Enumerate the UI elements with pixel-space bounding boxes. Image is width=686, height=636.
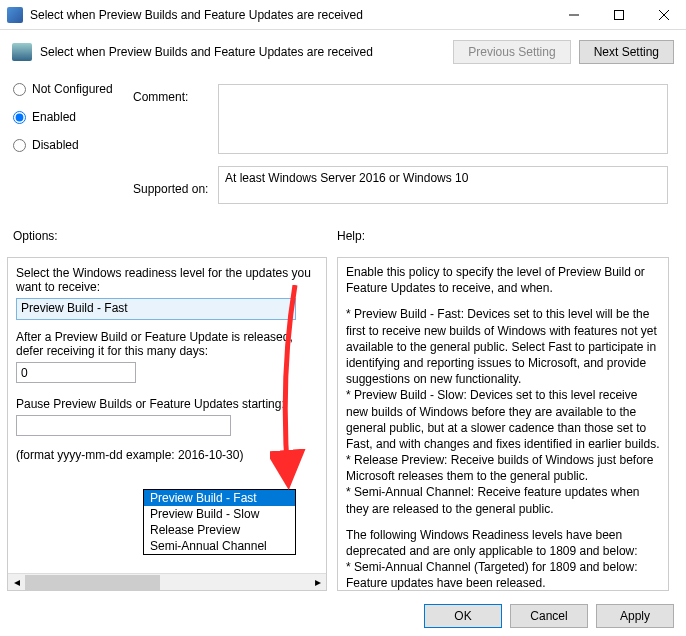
comment-label: Comment:: [133, 90, 208, 104]
supported-on-text: At least Windows Server 2016 or Windows …: [218, 166, 668, 204]
defer-days-input[interactable]: [16, 362, 136, 383]
next-setting-button[interactable]: Next Setting: [579, 40, 674, 64]
dropdown-option[interactable]: Release Preview: [144, 522, 295, 538]
help-paragraph: * Semi-Annual Channel (Targeted) for 180…: [346, 559, 660, 591]
radio-enabled[interactable]: Enabled: [13, 110, 113, 124]
titlebar: Select when Preview Builds and Feature U…: [0, 0, 686, 30]
minimize-button[interactable]: [551, 0, 596, 30]
comment-textarea[interactable]: [218, 84, 668, 154]
readiness-dropdown-popup[interactable]: Preview Build - Fast Preview Build - Slo…: [143, 489, 296, 555]
options-label: Options:: [13, 229, 58, 243]
dropdown-option[interactable]: Semi-Annual Channel: [144, 538, 295, 554]
scroll-right-icon[interactable]: ▸: [309, 574, 326, 591]
policy-icon: [12, 43, 32, 61]
supported-on-label: Supported on:: [133, 182, 208, 196]
pause-date-input[interactable]: [16, 415, 231, 436]
format-hint: (format yyyy-mm-dd example: 2016-10-30): [16, 448, 318, 462]
options-h-scrollbar[interactable]: ◂ ▸: [8, 573, 326, 590]
help-paragraph: * Semi-Annual Channel: Receive feature u…: [346, 484, 660, 516]
help-paragraph: Enable this policy to specify the level …: [346, 264, 660, 296]
help-label: Help:: [337, 229, 365, 243]
ok-button[interactable]: OK: [424, 604, 502, 628]
scroll-thumb[interactable]: [25, 575, 160, 590]
help-paragraph: The following Windows Readiness levels h…: [346, 527, 660, 559]
readiness-select-label: Select the Windows readiness level for t…: [16, 266, 318, 294]
options-panel: Select the Windows readiness level for t…: [7, 257, 327, 591]
readiness-select[interactable]: Preview Build - Fast: [16, 298, 296, 320]
header-text: Select when Preview Builds and Feature U…: [40, 45, 445, 59]
dialog-buttons: OK Cancel Apply: [424, 604, 674, 628]
header-row: Select when Preview Builds and Feature U…: [0, 30, 686, 72]
close-button[interactable]: [641, 0, 686, 30]
window-title: Select when Preview Builds and Feature U…: [30, 8, 551, 22]
help-panel[interactable]: Enable this policy to specify the level …: [337, 257, 669, 591]
cancel-button[interactable]: Cancel: [510, 604, 588, 628]
radio-not-configured[interactable]: Not Configured: [13, 82, 113, 96]
svg-rect-0: [614, 10, 623, 19]
apply-button[interactable]: Apply: [596, 604, 674, 628]
dropdown-option[interactable]: Preview Build - Slow: [144, 506, 295, 522]
maximize-button[interactable]: [596, 0, 641, 30]
radio-disabled[interactable]: Disabled: [13, 138, 113, 152]
pause-date-label: Pause Preview Builds or Feature Updates …: [16, 397, 318, 411]
dropdown-option[interactable]: Preview Build - Fast: [144, 490, 295, 506]
previous-setting-button[interactable]: Previous Setting: [453, 40, 570, 64]
app-icon: [7, 7, 23, 23]
help-paragraph: * Preview Build - Fast: Devices set to t…: [346, 306, 660, 387]
field-labels: Comment: Supported on:: [133, 90, 208, 196]
help-paragraph: * Release Preview: Receive builds of Win…: [346, 452, 660, 484]
radio-group: Not Configured Enabled Disabled: [13, 82, 113, 152]
scroll-left-icon[interactable]: ◂: [8, 574, 25, 591]
defer-days-label: After a Preview Build or Feature Update …: [16, 330, 318, 358]
help-paragraph: * Preview Build - Slow: Devices set to t…: [346, 387, 660, 452]
